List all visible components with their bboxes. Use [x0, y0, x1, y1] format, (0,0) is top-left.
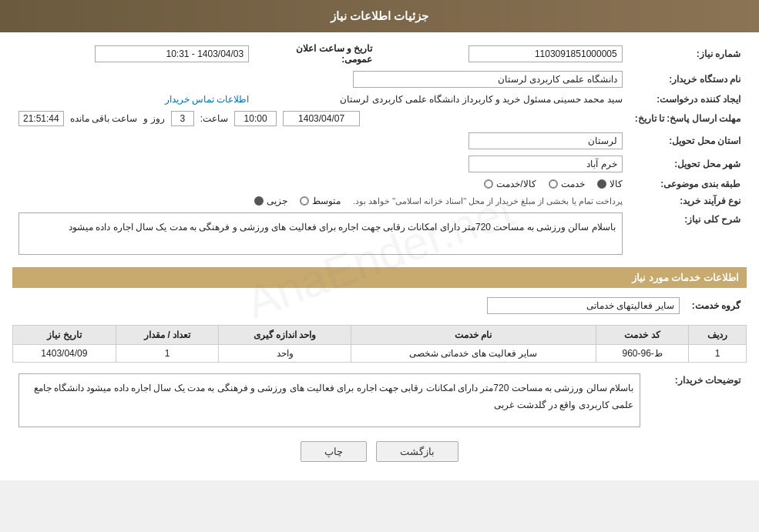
info-table: شماره نیاز: 1103091851000005 تاریخ و ساع… [12, 40, 747, 258]
deadline-row: مهلت ارسال پاسخ: تا تاریخ: 21:51:44 ساعت… [12, 108, 747, 129]
cell-row-num: 1 [689, 345, 747, 363]
deadline-time: 10:00 [234, 111, 277, 126]
content-area: AnaEnder.net شماره نیاز: 110309185100000… [0, 32, 759, 480]
deadline-remaining-label: ساعت باقی مانده [70, 113, 138, 124]
table-row: 1 ط-96-960 سایر فعالیت های خدماتی شخصی و… [13, 345, 747, 363]
services-table-header-row: ردیف کد خدمت نام خدمت واحد اندازه گیری ت… [13, 326, 747, 345]
category-option-khedmat-label: خدمت [561, 179, 585, 189]
purchase-type-note: پرداخت تمام یا بخشی از مبلغ خریدار از مح… [353, 196, 623, 206]
cell-code: ط-96-960 [596, 345, 688, 363]
description-value: باسلام سالن ورزشی به مساحت 720متر دارای … [18, 212, 623, 255]
deadline-date: 1403/04/07 [283, 111, 360, 126]
contact-link[interactable]: اطلاعات تماس خریدار [165, 94, 250, 105]
category-option-khedmat[interactable]: خدمت [549, 179, 585, 189]
cell-name: سایر فعالیت های خدماتی شخصی [351, 345, 596, 363]
bottom-buttons: بازگشت چاپ [12, 430, 747, 473]
announce-value: 1403/04/03 - 10:31 [95, 45, 249, 62]
col-quantity: تعداد / مقدار [116, 326, 219, 345]
buyer-notes-row: توضیحات خریدار: باسلام سالن ورزشی به مسا… [12, 370, 747, 430]
description-row: شرح کلی نیاز: باسلام سالن ورزشی به مساحت… [12, 209, 747, 258]
purchase-type-jozi-label: جزیی [267, 196, 287, 206]
need-number-value: 1103091851000005 [468, 45, 623, 62]
services-table: ردیف کد خدمت نام خدمت واحد اندازه گیری ت… [12, 325, 747, 363]
category-label: طبقه بندی موضوعی: [629, 176, 747, 192]
announce-label: تاریخ و ساعت اعلان عمومی: [296, 43, 372, 65]
city-value: خرم آباد [468, 156, 623, 172]
purchase-type-motavaset-radio[interactable] [300, 196, 309, 206]
purchase-type-motavaset[interactable]: متوسط [300, 196, 341, 206]
buyer-org-row: نام دستگاه خریدار: دانشگاه علمی کاربردی … [12, 68, 747, 91]
buyer-org-label: نام دستگاه خریدار: [629, 68, 747, 91]
purchase-type-group: جزیی متوسط پرداخت تمام یا بخشی از مبلغ خ… [18, 196, 623, 206]
deadline-group: 21:51:44 ساعت باقی مانده روز و 3 ساعت: 1… [18, 111, 623, 126]
back-button[interactable]: بازگشت [376, 441, 458, 462]
deadline-time-label: ساعت: [200, 113, 228, 124]
deadline-days-label: روز و [143, 113, 164, 124]
category-kala-khedmat-radio[interactable] [484, 179, 493, 189]
province-row: استان محل تحویل: لرستان [12, 129, 747, 152]
purchase-type-label: نوع فرآیند خرید: [629, 192, 747, 209]
creator-value: سید محمد حسینی مسئول خرید و کاربرداز دان… [340, 94, 622, 105]
page-header: جزئیات اطلاعات نیاز [0, 0, 759, 32]
col-service-name: نام خدمت [351, 326, 596, 345]
creator-label: ایجاد کننده درخواست: [629, 91, 747, 108]
deadline-days: 3 [171, 111, 194, 126]
category-option-kala-khedmat[interactable]: کالا/خدمت [484, 179, 536, 189]
deadline-label: مهلت ارسال پاسخ: تا تاریخ: [629, 108, 747, 129]
group-row: گروه خدمت: سایر فعالیتهای خدماتی [12, 294, 747, 320]
city-label: شهر محل تحویل: [629, 152, 747, 176]
purchase-type-jozi-radio[interactable] [254, 196, 264, 206]
province-value: لرستان [468, 132, 623, 149]
need-number-row: شماره نیاز: 1103091851000005 تاریخ و ساع… [12, 40, 747, 68]
description-label: شرح کلی نیاز: [629, 209, 747, 258]
category-radio-group: کالا/خدمت خدمت کالا [18, 179, 623, 189]
category-option-kala-label: کالا [610, 179, 623, 189]
need-number-label: شماره نیاز: [629, 40, 747, 68]
cell-quantity: 1 [116, 345, 219, 363]
category-row: طبقه بندی موضوعی: کالا/خدمت خدمت کالا [12, 176, 747, 192]
purchase-type-jozi[interactable]: جزیی [254, 196, 287, 206]
print-button[interactable]: چاپ [301, 441, 367, 462]
group-value: سایر فعالیتهای خدماتی [487, 297, 680, 314]
category-khedmat-radio[interactable] [549, 179, 558, 189]
group-label: گروه خدمت: [692, 300, 741, 311]
category-option-kala-khedmat-label: کالا/خدمت [496, 179, 536, 189]
buyer-notes-label: توضیحات خریدار: [646, 370, 747, 430]
category-option-kala[interactable]: کالا [597, 179, 623, 189]
purchase-type-row: نوع فرآیند خرید: جزیی متوسط پرداخت تمام … [12, 192, 747, 209]
purchase-type-motavaset-label: متوسط [312, 196, 341, 206]
col-service-code: کد خدمت [596, 326, 688, 345]
buyer-org-value: دانشگاه علمی کاربردی لرستان [353, 71, 623, 88]
creator-row: ایجاد کننده درخواست: سید محمد حسینی مسئو… [12, 91, 747, 108]
cell-unit: واحد [219, 345, 351, 363]
services-section-title: اطلاعات خدمات مورد نیاز [12, 267, 747, 288]
col-row-num: ردیف [689, 326, 747, 345]
buyer-notes-value: باسلام سالن ورزشی به مساحت 720متر دارای … [18, 373, 640, 427]
page-container: جزئیات اطلاعات نیاز AnaEnder.net شماره ن… [0, 0, 759, 480]
city-row: شهر محل تحویل: خرم آباد [12, 152, 747, 176]
buyer-notes-table: توضیحات خریدار: باسلام سالن ورزشی به مسا… [12, 370, 747, 430]
cell-date: 1403/04/09 [13, 345, 116, 363]
province-label: استان محل تحویل: [629, 129, 747, 152]
need-number-value-group: 1103091851000005 [385, 45, 622, 62]
page-title: جزئیات اطلاعات نیاز [331, 9, 428, 22]
deadline-remaining: 21:51:44 [18, 111, 64, 126]
category-kala-radio[interactable] [597, 179, 606, 189]
col-unit: واحد اندازه گیری [219, 326, 351, 345]
col-date: تاریخ نیاز [13, 326, 116, 345]
